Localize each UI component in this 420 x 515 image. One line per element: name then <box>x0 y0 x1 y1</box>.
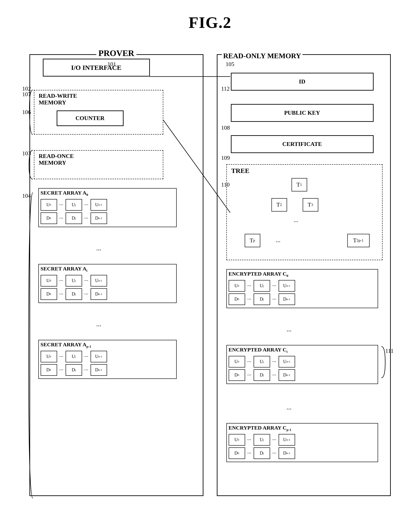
pubkey-box: PUBLIC KEY <box>231 104 374 122</box>
secret-array-p1: SECRET ARRAY Ap-1 U0 ··· Uj ··· Un-1 D0 … <box>38 340 177 379</box>
encrypted-array-0: ENCRYPTED ARRAY C0 U0 ··· Uj ··· Un-1 D0… <box>226 269 378 308</box>
figure-title: FIG.2 <box>0 0 420 41</box>
tree-node-t2: T2 <box>271 198 287 212</box>
tree-node-t2p1: T2p-1 <box>347 234 370 247</box>
prover-label: PROVER <box>96 48 136 58</box>
secret-array-p1-row2: D0 ··· Dj ··· Dn-1 <box>39 363 176 377</box>
enc-array-i-title: ENCRYPTED ARRAY Ci <box>227 345 378 355</box>
tree-node-t3: T3 <box>303 198 318 212</box>
secret-array-0: SECRET ARRAY A0 U0 ··· Uj ··· Un-1 D0 ··… <box>38 188 177 227</box>
tree-dots: ··· <box>294 218 299 225</box>
secret-array-i-title: SECRET ARRAY Ai <box>39 265 176 274</box>
rom-box: READ-ONLY MEMORY ID PUBLIC KEY CERTIFICA… <box>217 54 391 496</box>
rwm-label: READ-WRITEMEMORY <box>39 93 77 106</box>
enc-array-p1-title: ENCRYPTED ARRAY Cp-1 <box>227 424 378 433</box>
counter-label: COUNTER <box>75 115 104 121</box>
cell-uj: Uj <box>66 199 82 211</box>
io-interface-label: I/O INTERFACE <box>71 64 121 71</box>
cert-box: CERTIFICATE <box>231 135 374 153</box>
tree-dots2: ··· <box>276 238 281 245</box>
diagram: 101 105 102 106 107 103 104 108 109 110 … <box>21 41 400 509</box>
tree-node-t1: T1 <box>292 178 307 191</box>
rwm-box: READ-WRITEMEMORY COUNTER <box>34 90 163 135</box>
id-label: ID <box>299 78 305 85</box>
dots-1: ··· <box>96 246 101 254</box>
cell-d0: D0 <box>41 212 57 224</box>
enc-dots-1: ··· <box>287 327 292 335</box>
tree-box: TREE T1 T2 T3 ··· Tp ··· T2p-1 <box>226 164 382 260</box>
cell-un1: Un-1 <box>90 199 107 211</box>
cell-dn1: Dn-1 <box>90 212 107 224</box>
io-interface-box: I/O INTERFACE <box>43 59 150 76</box>
cert-label: CERTIFICATE <box>282 141 322 147</box>
rom-once-box: READ-ONCEMEMORY <box>34 150 163 179</box>
cell-u0: U0 <box>41 199 57 211</box>
encrypted-array-i: ENCRYPTED ARRAY Ci U0 ··· Uj ··· Un-1 D0… <box>226 345 378 384</box>
secret-array-i-row1: U0 ··· Uj ··· Un-1 <box>39 274 176 288</box>
secret-array-p1-row1: U0 ··· Uj ··· Un-1 <box>39 350 176 363</box>
secret-array-i: SECRET ARRAY Ai U0 ··· Uj ··· Un-1 D0 ··… <box>38 264 177 303</box>
enc-dots-2: ··· <box>287 405 292 413</box>
enc-array-0-title: ENCRYPTED ARRAY C0 <box>227 270 378 279</box>
cell-dj: Dj <box>66 212 82 224</box>
secret-array-0-row2: D0 ··· Dj ··· Dn-1 <box>39 212 176 225</box>
tree-label: TREE <box>231 167 250 174</box>
counter-box: COUNTER <box>57 110 124 126</box>
secret-array-0-title: SECRET ARRAY A0 <box>39 189 176 198</box>
rom-label: READ-ONLY MEMORY <box>222 52 302 60</box>
dots-2: ··· <box>96 322 101 330</box>
secret-array-0-row1: U0 ··· Uj ··· Un-1 <box>39 198 176 212</box>
id-box: ID <box>231 73 374 91</box>
rom-once-label: READ-ONCEMEMORY <box>39 153 74 166</box>
pubkey-label: PUBLIC KEY <box>284 110 320 116</box>
tree-node-tp: Tp <box>245 234 260 247</box>
secret-array-i-row2: D0 ··· Dj ··· Dn-1 <box>39 288 176 301</box>
encrypted-array-p1: ENCRYPTED ARRAY Cp-1 U0 ··· Uj ··· Un-1 … <box>226 423 378 462</box>
secret-array-p1-title: SECRET ARRAY Ap-1 <box>39 340 176 350</box>
